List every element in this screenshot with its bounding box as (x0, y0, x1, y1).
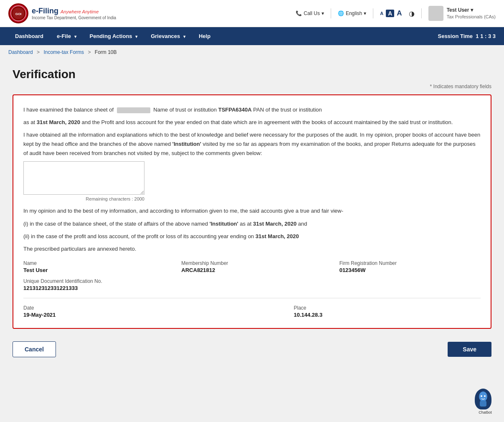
font-medium-button[interactable]: A (386, 10, 394, 17)
place-label: Place (294, 305, 481, 311)
verification-para6: (ii) in the case of the profit and loss … (23, 232, 481, 241)
nav-help[interactable]: Help (192, 27, 217, 45)
page-content: Verification * Indicates mandatory field… (0, 59, 504, 422)
font-controls: A A A (380, 9, 402, 18)
nav-grievances[interactable]: Grievances ▾ (144, 27, 192, 45)
logo-text: e-Filing Anywhere Anytime Income Tax Dep… (32, 7, 116, 20)
logo-tagline: Anywhere Anytime (61, 9, 99, 14)
contrast-button[interactable]: ◑ (409, 10, 415, 18)
user-role: Tax Professionals (CAs) (447, 14, 496, 20)
svg-point-5 (481, 395, 482, 397)
firm-reg-value: 0123456W (339, 267, 481, 273)
name-field: Name Test User (23, 260, 165, 273)
breadcrumb-sep-2: > (88, 49, 91, 55)
date-place-row: Date 19-May-2021 Place 10.144.28.3 (23, 305, 481, 318)
breadcrumb-sep-1: > (37, 49, 40, 55)
chatbot-widget[interactable]: Chatbot (475, 389, 496, 414)
svg-text:GOI: GOI (15, 12, 22, 16)
verification-para5: (i) in the case of the balance sheet, of… (23, 219, 481, 229)
globe-icon: 🌐 (338, 10, 344, 16)
nav-pending-actions[interactable]: Pending Actions ▾ (83, 27, 144, 45)
action-buttons: Cancel Save (13, 337, 491, 361)
divider-1 (331, 8, 331, 18)
call-us-arrow: ▾ (322, 10, 324, 16)
svg-rect-4 (480, 401, 486, 407)
divider-line (23, 298, 481, 298)
call-us-button[interactable]: 📞 Call Us ▾ (296, 10, 324, 16)
membership-label: Membership Number (181, 260, 322, 266)
udid-field: Unique Document Identification No. 12131… (23, 278, 481, 291)
firm-reg-label: Firm Registration Number (339, 260, 481, 266)
nav-efile[interactable]: e-File ▾ (50, 27, 83, 45)
chatbot-label: Chatbot (475, 410, 496, 414)
svg-point-3 (479, 391, 487, 402)
logo-efiling: e-Filing Anywhere Anytime (32, 7, 116, 15)
save-button[interactable]: Save (448, 342, 491, 357)
nav-items: Dashboard e-File ▾ Pending Actions ▾ Gri… (8, 27, 217, 45)
chatbot-figure (475, 389, 491, 409)
user-info: Test User ▾ Tax Professionals (CAs) (428, 6, 496, 21)
name-value: Test User (23, 267, 165, 273)
grievances-arrow: ▾ (183, 34, 185, 39)
mandatory-note: * Indicates mandatory fields (13, 84, 491, 89)
logo-area: GOI e-Filing Anywhere Anytime Income Tax… (8, 3, 116, 23)
udid-label: Unique Document Identification No. (23, 278, 481, 284)
main-nav: Dashboard e-File ▾ Pending Actions ▾ Gri… (0, 27, 504, 45)
phone-icon: 📞 (296, 10, 302, 16)
date-label: Date (23, 305, 210, 311)
membership-field: Membership Number ARCA821812 (181, 260, 322, 273)
info-row-2: Unique Document Identification No. 12131… (23, 278, 481, 291)
breadcrumb-current: Form 10B (95, 49, 117, 55)
trust-name-blurred (117, 107, 150, 113)
verification-para7: The prescribed particulars are annexed h… (23, 244, 481, 254)
cancel-button[interactable]: Cancel (13, 341, 56, 357)
user-details: Test User ▾ Tax Professionals (CAs) (447, 7, 496, 20)
header-right: 📞 Call Us ▾ 🌐 English ▾ A A A ◑ Test Use… (296, 6, 496, 21)
pan-number: TSFPA6340A (218, 107, 252, 113)
place-value: 10.144.28.3 (294, 312, 481, 318)
membership-value: ARCA821812 (181, 267, 322, 273)
font-small-button[interactable]: A (380, 11, 383, 16)
verification-para4: In my opinion and to the best of my info… (23, 206, 481, 216)
logo-subtitle: Income Tax Department, Government of Ind… (32, 15, 116, 20)
verification-box: I have examined the balance sheet of Nam… (13, 94, 491, 329)
page-title: Verification (13, 68, 491, 81)
breadcrumb-income-tax-forms[interactable]: Income-tax Forms (43, 49, 84, 55)
comments-textarea[interactable] (23, 161, 144, 195)
svg-point-6 (484, 395, 486, 397)
verification-para3: I have obtained all the information and … (23, 130, 481, 158)
language-button[interactable]: 🌐 English ▾ (338, 10, 366, 16)
date-field: Date 19-May-2021 (23, 305, 210, 318)
logo-emblem: GOI (8, 3, 28, 23)
info-section: Name Test User Membership Number ARCA821… (23, 260, 481, 291)
name-label: Name (23, 260, 165, 266)
divider-2 (373, 8, 373, 18)
breadcrumb-dashboard[interactable]: Dashboard (8, 49, 33, 55)
user-name: Test User ▾ (447, 7, 496, 14)
date-value: 19-May-2021 (23, 312, 210, 318)
session-time: Session Time 1 1 : 3 3 (438, 33, 496, 39)
verification-para2: as at 31st March, 2020 and the Profit an… (23, 118, 481, 127)
udid-value: 121312312331221333 (23, 285, 481, 291)
font-large-button[interactable]: A (397, 9, 402, 18)
firm-reg-field: Firm Registration Number 0123456W (339, 260, 481, 273)
lang-arrow: ▾ (364, 10, 366, 16)
info-row-1: Name Test User Membership Number ARCA821… (23, 260, 481, 273)
user-avatar (428, 6, 443, 21)
pending-arrow: ▾ (135, 34, 137, 39)
breadcrumb: Dashboard > Income-tax Forms > Form 10B (0, 45, 504, 59)
efile-arrow: ▾ (74, 34, 76, 39)
nav-dashboard[interactable]: Dashboard (8, 27, 50, 45)
verification-para1: I have examined the balance sheet of Nam… (23, 105, 481, 114)
char-remaining: Remaining characters : 2000 (23, 196, 144, 201)
place-field: Place 10.144.28.3 (294, 305, 481, 318)
divider-3 (421, 8, 422, 18)
top-header: GOI e-Filing Anywhere Anytime Income Tax… (0, 0, 504, 27)
